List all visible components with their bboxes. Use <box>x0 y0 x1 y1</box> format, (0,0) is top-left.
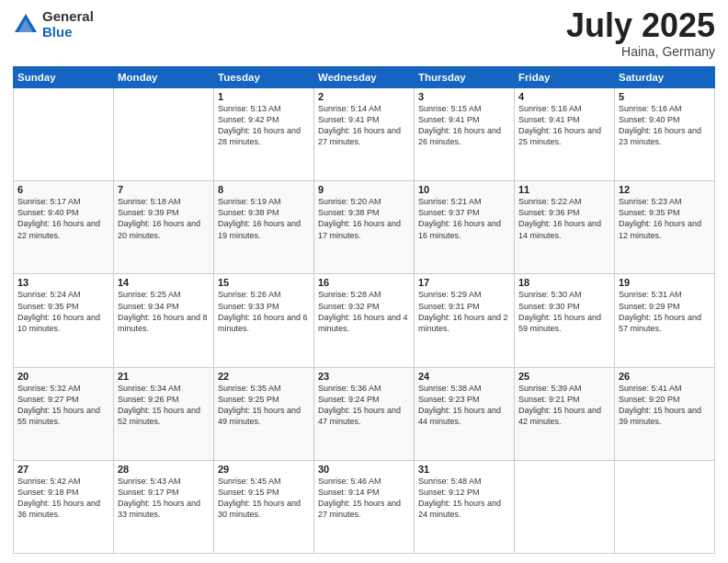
calendar-cell: 21Sunrise: 5:34 AM Sunset: 9:26 PM Dayli… <box>114 367 214 460</box>
cell-info: Sunrise: 5:18 AM Sunset: 9:39 PM Dayligh… <box>118 196 210 241</box>
calendar-cell: 4Sunrise: 5:16 AM Sunset: 9:41 PM Daylig… <box>515 88 615 181</box>
cell-info: Sunrise: 5:38 AM Sunset: 9:23 PM Dayligh… <box>418 383 510 428</box>
calendar-cell <box>114 88 214 181</box>
cell-info: Sunrise: 5:16 AM Sunset: 9:40 PM Dayligh… <box>619 103 711 148</box>
day-number: 16 <box>318 277 410 288</box>
cell-info: Sunrise: 5:43 AM Sunset: 9:17 PM Dayligh… <box>118 476 210 521</box>
day-number: 13 <box>17 277 109 288</box>
calendar-cell: 14Sunrise: 5:25 AM Sunset: 9:34 PM Dayli… <box>114 274 214 367</box>
day-number: 1 <box>218 91 310 102</box>
cell-info: Sunrise: 5:17 AM Sunset: 9:40 PM Dayligh… <box>17 196 109 241</box>
day-number: 20 <box>17 371 109 382</box>
calendar-cell: 17Sunrise: 5:29 AM Sunset: 9:31 PM Dayli… <box>415 274 515 367</box>
cell-info: Sunrise: 5:30 AM Sunset: 9:30 PM Dayligh… <box>518 289 610 334</box>
day-number: 25 <box>518 371 610 382</box>
calendar-cell: 15Sunrise: 5:26 AM Sunset: 9:33 PM Dayli… <box>214 274 314 367</box>
day-number: 31 <box>418 464 510 475</box>
calendar-cell: 16Sunrise: 5:28 AM Sunset: 9:32 PM Dayli… <box>314 274 415 367</box>
calendar-cell: 28Sunrise: 5:43 AM Sunset: 9:17 PM Dayli… <box>114 460 214 553</box>
calendar-cell <box>515 460 615 553</box>
cell-info: Sunrise: 5:41 AM Sunset: 9:20 PM Dayligh… <box>619 383 711 428</box>
cell-info: Sunrise: 5:13 AM Sunset: 9:42 PM Dayligh… <box>218 103 310 148</box>
calendar-cell: 1Sunrise: 5:13 AM Sunset: 9:42 PM Daylig… <box>214 88 314 181</box>
calendar-cell: 24Sunrise: 5:38 AM Sunset: 9:23 PM Dayli… <box>415 367 515 460</box>
cell-info: Sunrise: 5:42 AM Sunset: 9:18 PM Dayligh… <box>17 476 109 521</box>
calendar-cell: 6Sunrise: 5:17 AM Sunset: 9:40 PM Daylig… <box>14 181 114 274</box>
calendar-header-sunday: Sunday <box>14 67 114 88</box>
cell-info: Sunrise: 5:29 AM Sunset: 9:31 PM Dayligh… <box>418 289 510 334</box>
calendar-cell: 3Sunrise: 5:15 AM Sunset: 9:41 PM Daylig… <box>415 88 515 181</box>
location: Haina, Germany <box>566 44 715 59</box>
cell-info: Sunrise: 5:25 AM Sunset: 9:34 PM Dayligh… <box>118 289 210 334</box>
logo-blue: Blue <box>42 25 94 40</box>
cell-info: Sunrise: 5:19 AM Sunset: 9:38 PM Dayligh… <box>218 196 310 241</box>
calendar-cell: 11Sunrise: 5:22 AM Sunset: 9:36 PM Dayli… <box>515 181 615 274</box>
calendar-cell: 19Sunrise: 5:31 AM Sunset: 9:29 PM Dayli… <box>615 274 715 367</box>
calendar-header-wednesday: Wednesday <box>314 67 415 88</box>
day-number: 8 <box>218 184 310 195</box>
calendar-week-5: 27Sunrise: 5:42 AM Sunset: 9:18 PM Dayli… <box>14 460 715 553</box>
day-number: 11 <box>518 184 610 195</box>
day-number: 2 <box>318 91 410 102</box>
cell-info: Sunrise: 5:23 AM Sunset: 9:35 PM Dayligh… <box>619 196 711 241</box>
cell-info: Sunrise: 5:15 AM Sunset: 9:41 PM Dayligh… <box>418 103 510 148</box>
calendar-cell: 10Sunrise: 5:21 AM Sunset: 9:37 PM Dayli… <box>415 181 515 274</box>
logo: General Blue <box>13 9 94 40</box>
calendar-cell: 8Sunrise: 5:19 AM Sunset: 9:38 PM Daylig… <box>214 181 314 274</box>
calendar-cell: 7Sunrise: 5:18 AM Sunset: 9:39 PM Daylig… <box>114 181 214 274</box>
day-number: 4 <box>518 91 610 102</box>
day-number: 23 <box>318 371 410 382</box>
cell-info: Sunrise: 5:20 AM Sunset: 9:38 PM Dayligh… <box>318 196 410 241</box>
cell-info: Sunrise: 5:46 AM Sunset: 9:14 PM Dayligh… <box>318 476 410 521</box>
calendar-header-friday: Friday <box>515 67 615 88</box>
calendar-header-monday: Monday <box>114 67 214 88</box>
day-number: 21 <box>118 371 210 382</box>
month-title: July 2025 <box>566 9 715 42</box>
calendar-cell: 12Sunrise: 5:23 AM Sunset: 9:35 PM Dayli… <box>615 181 715 274</box>
day-number: 24 <box>418 371 510 382</box>
day-number: 14 <box>118 277 210 288</box>
day-number: 6 <box>17 184 109 195</box>
calendar-cell: 25Sunrise: 5:39 AM Sunset: 9:21 PM Dayli… <box>515 367 615 460</box>
logo-icon <box>13 12 39 38</box>
calendar-week-1: 1Sunrise: 5:13 AM Sunset: 9:42 PM Daylig… <box>14 88 715 181</box>
calendar-cell: 20Sunrise: 5:32 AM Sunset: 9:27 PM Dayli… <box>14 367 114 460</box>
cell-info: Sunrise: 5:35 AM Sunset: 9:25 PM Dayligh… <box>218 383 310 428</box>
day-number: 12 <box>619 184 711 195</box>
cell-info: Sunrise: 5:36 AM Sunset: 9:24 PM Dayligh… <box>318 383 410 428</box>
calendar-cell: 30Sunrise: 5:46 AM Sunset: 9:14 PM Dayli… <box>314 460 415 553</box>
calendar-cell: 5Sunrise: 5:16 AM Sunset: 9:40 PM Daylig… <box>615 88 715 181</box>
day-number: 3 <box>418 91 510 102</box>
calendar-header-tuesday: Tuesday <box>214 67 314 88</box>
calendar-cell: 31Sunrise: 5:48 AM Sunset: 9:12 PM Dayli… <box>415 460 515 553</box>
calendar-week-3: 13Sunrise: 5:24 AM Sunset: 9:35 PM Dayli… <box>14 274 715 367</box>
cell-info: Sunrise: 5:34 AM Sunset: 9:26 PM Dayligh… <box>118 383 210 428</box>
cell-info: Sunrise: 5:31 AM Sunset: 9:29 PM Dayligh… <box>619 289 711 334</box>
header: General Blue July 2025 Haina, Germany <box>13 9 715 59</box>
calendar-cell: 27Sunrise: 5:42 AM Sunset: 9:18 PM Dayli… <box>14 460 114 553</box>
cell-info: Sunrise: 5:22 AM Sunset: 9:36 PM Dayligh… <box>518 196 610 241</box>
day-number: 5 <box>619 91 711 102</box>
day-number: 29 <box>218 464 310 475</box>
day-number: 17 <box>418 277 510 288</box>
cell-info: Sunrise: 5:48 AM Sunset: 9:12 PM Dayligh… <box>418 476 510 521</box>
calendar-cell <box>14 88 114 181</box>
day-number: 7 <box>118 184 210 195</box>
calendar-table: SundayMondayTuesdayWednesdayThursdayFrid… <box>13 66 715 554</box>
day-number: 9 <box>318 184 410 195</box>
day-number: 28 <box>118 464 210 475</box>
cell-info: Sunrise: 5:21 AM Sunset: 9:37 PM Dayligh… <box>418 196 510 241</box>
calendar-cell: 29Sunrise: 5:45 AM Sunset: 9:15 PM Dayli… <box>214 460 314 553</box>
cell-info: Sunrise: 5:14 AM Sunset: 9:41 PM Dayligh… <box>318 103 410 148</box>
day-number: 15 <box>218 277 310 288</box>
title-block: July 2025 Haina, Germany <box>566 9 715 59</box>
calendar-header-thursday: Thursday <box>415 67 515 88</box>
calendar-cell: 26Sunrise: 5:41 AM Sunset: 9:20 PM Dayli… <box>615 367 715 460</box>
day-number: 30 <box>318 464 410 475</box>
cell-info: Sunrise: 5:26 AM Sunset: 9:33 PM Dayligh… <box>218 289 310 334</box>
cell-info: Sunrise: 5:32 AM Sunset: 9:27 PM Dayligh… <box>17 383 109 428</box>
cell-info: Sunrise: 5:24 AM Sunset: 9:35 PM Dayligh… <box>17 289 109 334</box>
day-number: 26 <box>619 371 711 382</box>
calendar-cell: 23Sunrise: 5:36 AM Sunset: 9:24 PM Dayli… <box>314 367 415 460</box>
calendar-cell: 22Sunrise: 5:35 AM Sunset: 9:25 PM Dayli… <box>214 367 314 460</box>
